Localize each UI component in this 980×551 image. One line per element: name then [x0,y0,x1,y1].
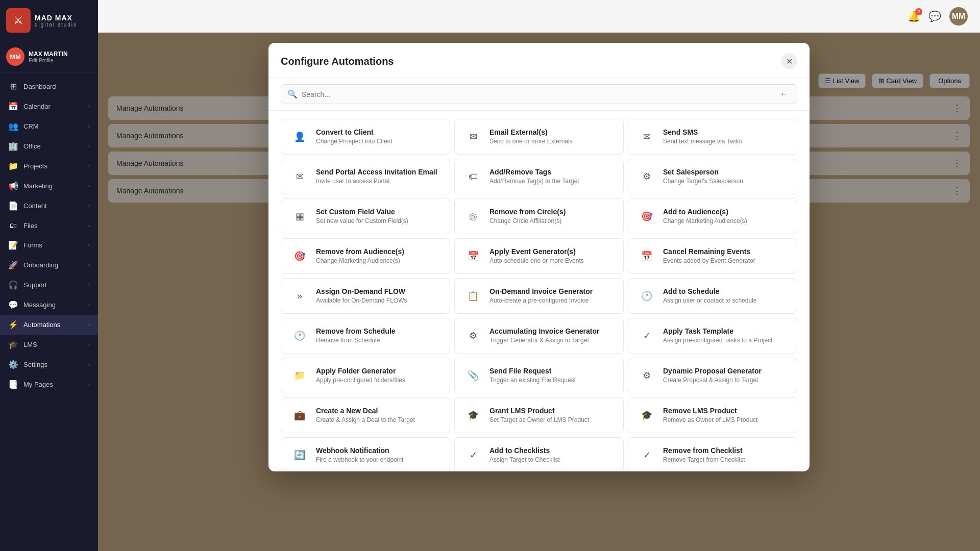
add-to-audiences-title: Add to Audience(s) [663,207,789,216]
sidebar-item-calendar[interactable]: 📅 Calendar › [0,96,98,116]
send-sms-text: Send SMS Send text message via Twilio [663,128,789,146]
sidebar-item-messaging[interactable]: 💬 Messaging › [0,295,98,315]
apply-folder-generator-text: Apply Folder Generator Apply pre-configu… [316,366,442,385]
automation-card-email-externals[interactable]: ✉ Email External(s) Send to one or more … [454,119,624,155]
main-content: ☰ List View ⊞ Card View Options Manage A… [98,33,980,551]
automation-card-add-remove-tags[interactable]: 🏷 Add/Remove Tags Add/Remove Tag(s) to t… [454,159,624,194]
sidebar-item-automations[interactable]: ⚡ Automations › [0,315,98,335]
automation-card-send-portal-access[interactable]: ✉ Send Portal Access Invitation Email In… [281,159,450,194]
chevron-right-icon: › [88,362,90,367]
automation-card-set-salesperson[interactable]: ⚙ Set Salesperson Change Target's Salesp… [628,159,797,194]
automation-card-apply-event-generator[interactable]: 📅 Apply Event Generator(s) Auto-schedule… [454,238,624,274]
automation-card-assign-on-demand-flow[interactable]: » Assign On-Demand FLOW Available for On… [281,278,450,314]
sidebar-item-label: Messaging [23,301,56,309]
automation-card-convert-to-client[interactable]: 👤 Convert to Client Change Prospect into… [281,119,450,155]
sidebar-item-onboarding[interactable]: 🚀 Onboarding › [0,255,98,275]
settings-icon: ⚙️ [8,360,18,369]
remove-from-checklist-text: Remove from Checklist Remove Target from… [663,446,789,464]
modal-close-button[interactable]: ✕ [781,53,797,69]
sidebar-item-dashboard[interactable]: ⊞ Dashboard [0,77,98,96]
avatar: MM [6,47,24,66]
sidebar-item-my-pages[interactable]: 📑 My Pages › [0,374,98,394]
brand-name: MAD MAX [35,14,78,22]
sidebar-item-files[interactable]: 🗂 Files › [0,216,98,235]
cancel-remaining-events-title: Cancel Remaining Events [663,247,789,256]
automation-card-remove-from-circle[interactable]: ◎ Remove from Circle(s) Change Circle Af… [454,198,624,234]
remove-from-audiences-text: Remove from Audience(s) Change Marketing… [316,247,442,265]
apply-event-generator-desc: Auto-schedule one or more Events [489,257,615,265]
automation-card-create-new-deal[interactable]: 💼 Create a New Deal Create & Assign a De… [281,397,450,433]
apply-task-template-title: Apply Task Template [663,327,789,336]
profile-edit[interactable]: Edit Profile [29,58,68,63]
search-icon: 🔍 [287,89,298,99]
automation-card-add-to-schedule[interactable]: 🕐 Add to Schedule Assign user or contact… [628,278,797,314]
office-icon: 🏢 [8,141,18,151]
automation-card-remove-from-audiences[interactable]: 🎯 Remove from Audience(s) Change Marketi… [281,238,450,274]
apply-task-template-icon: ✓ [636,325,657,346]
forms-icon: 📝 [8,240,18,250]
sidebar-item-forms[interactable]: 📝 Forms › [0,235,98,255]
chevron-right-icon: › [88,223,90,229]
on-demand-invoice-generator-text: On-Demand Invoice Generator Auto-create … [489,287,615,305]
search-back-button[interactable]: ← [777,89,791,99]
remove-from-checklist-title: Remove from Checklist [663,446,789,455]
remove-lms-product-desc: Remove as Owner of LMS Product [663,416,789,424]
send-portal-access-text: Send Portal Access Invitation Email Invi… [316,167,442,186]
search-input[interactable] [302,90,777,98]
files-icon: 🗂 [8,221,18,230]
automation-card-add-to-audiences[interactable]: 🎯 Add to Audience(s) Change Marketing Au… [628,198,797,234]
marketing-icon: 📢 [8,181,18,191]
notification-bell[interactable]: 🔔 2 [908,10,920,22]
modal-overlay[interactable]: Configure Automations ✕ 🔍 ← 👤 Convert to… [98,33,980,551]
apply-event-generator-icon: 📅 [463,246,483,266]
automation-card-dynamic-proposal-generator[interactable]: ⚙ Dynamic Proposal Generator Create Prop… [628,358,797,393]
automations-icon: ⚡ [8,320,18,330]
sidebar-item-label: My Pages [23,381,53,388]
remove-from-schedule-title: Remove from Schedule [316,327,442,336]
sidebar-item-lms[interactable]: 🎓 LMS › [0,335,98,355]
notification-badge: 2 [915,8,922,15]
sidebar-item-support[interactable]: 🎧 Support › [0,275,98,295]
sidebar-item-label: Onboarding [23,261,58,269]
send-file-request-title: Send File Request [489,366,615,375]
automation-card-apply-folder-generator[interactable]: 📁 Apply Folder Generator Apply pre-confi… [281,358,450,393]
automation-card-webhook-notification[interactable]: 🔄 Webhook Notification Fire a webhook to… [281,437,450,471]
chevron-right-icon: › [88,322,90,328]
automation-card-send-file-request[interactable]: 📎 Send File Request Trigger an existing … [454,358,624,393]
automation-card-on-demand-invoice-generator[interactable]: 📋 On-Demand Invoice Generator Auto-creat… [454,278,624,314]
apply-event-generator-text: Apply Event Generator(s) Auto-schedule o… [489,247,615,265]
automation-card-add-to-checklists[interactable]: ✓ Add to Checklists Assign Target to Che… [454,437,624,471]
messages-icon[interactable]: 💬 [928,10,941,22]
sidebar-item-settings[interactable]: ⚙️ Settings › [0,355,98,374]
profile-name: MAX MARTIN [29,51,68,58]
email-externals-title: Email External(s) [489,128,615,137]
sidebar-item-crm[interactable]: 👥 CRM › [0,116,98,136]
automation-card-grant-lms-product[interactable]: 🎓 Grant LMS Product Set Target as Owner … [454,397,624,433]
sidebar-item-label: Projects [23,162,47,170]
projects-icon: 📁 [8,161,18,171]
automation-card-cancel-remaining-events[interactable]: 📅 Cancel Remaining Events Events added b… [628,238,797,274]
automation-card-accumulating-invoice-generator[interactable]: ⚙ Accumulating Invoice Generator Trigger… [454,318,624,354]
set-custom-field-title: Set Custom Field Value [316,207,442,216]
chevron-right-icon: › [88,242,90,248]
automation-card-set-custom-field[interactable]: ▦ Set Custom Field Value Set new value f… [281,198,450,234]
sidebar-item-content[interactable]: 📄 Content › [0,196,98,216]
remove-from-audiences-icon: 🎯 [289,246,310,266]
content-icon: 📄 [8,201,18,211]
automation-card-remove-lms-product[interactable]: 🎓 Remove LMS Product Remove as Owner of … [628,397,797,433]
chevron-right-icon: › [88,104,90,109]
sidebar-item-projects[interactable]: 📁 Projects › [0,156,98,176]
automation-card-apply-task-template[interactable]: ✓ Apply Task Template Assign pre-configu… [628,318,797,354]
remove-lms-product-text: Remove LMS Product Remove as Owner of LM… [663,406,789,424]
automation-card-remove-from-checklist[interactable]: ✓ Remove from Checklist Remove Target fr… [628,437,797,471]
cancel-remaining-events-desc: Events added by Event Generator [663,257,789,265]
sidebar-profile[interactable]: MM MAX MARTIN Edit Profile [0,41,98,72]
user-avatar[interactable]: MM [949,7,968,26]
sidebar-item-office[interactable]: 🏢 Office › [0,136,98,156]
sidebar-item-marketing[interactable]: 📢 Marketing › [0,176,98,196]
automation-card-send-sms[interactable]: ✉ Send SMS Send text message via Twilio [628,119,797,155]
create-new-deal-title: Create a New Deal [316,406,442,415]
grant-lms-product-title: Grant LMS Product [489,406,615,415]
remove-from-circle-icon: ◎ [463,206,483,227]
automation-card-remove-from-schedule[interactable]: 🕐 Remove from Schedule Remove from Sched… [281,318,450,354]
